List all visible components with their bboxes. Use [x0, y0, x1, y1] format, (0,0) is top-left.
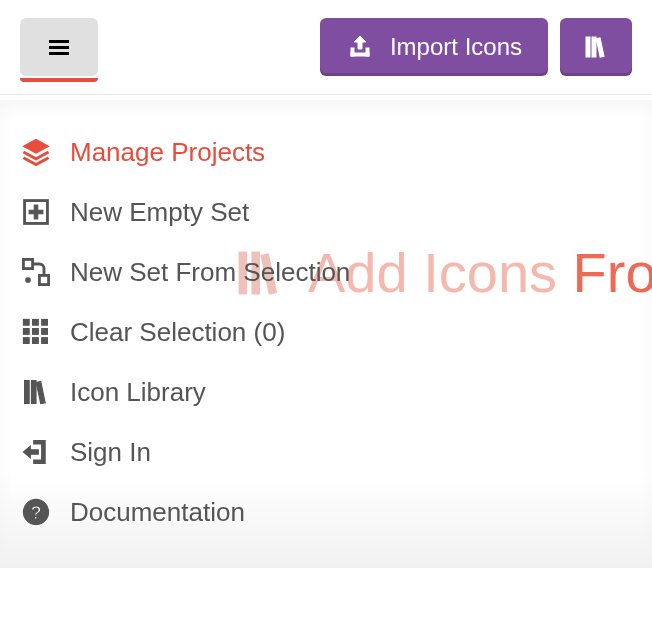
- menu-clear-selection[interactable]: Clear Selection (0): [0, 302, 652, 362]
- upload-icon: [346, 33, 374, 61]
- hamburger-button[interactable]: [20, 18, 98, 76]
- menu-item-label: Sign In: [70, 437, 151, 468]
- signin-icon: [20, 436, 52, 468]
- menu-item-label: Clear Selection (0): [70, 317, 285, 348]
- menu-item-label: New Set From Selection: [70, 257, 350, 288]
- menu-manage-projects[interactable]: Manage Projects: [0, 122, 652, 182]
- import-icons-label: Import Icons: [390, 33, 522, 61]
- import-icons-button[interactable]: Import Icons: [320, 18, 548, 76]
- help-icon: [20, 496, 52, 528]
- grid-icon: [20, 316, 52, 348]
- menu-icon-library[interactable]: Icon Library: [0, 362, 652, 422]
- hamburger-menu: Manage Projects New Empty Set New Set Fr…: [0, 100, 652, 568]
- menu-sign-in[interactable]: Sign In: [0, 422, 652, 482]
- menu-item-label: Icon Library: [70, 377, 206, 408]
- menu-item-label: Documentation: [70, 497, 245, 528]
- plus-box-icon: [20, 196, 52, 228]
- toolbar: Import Icons: [0, 0, 652, 95]
- menu-icon: [45, 33, 73, 61]
- menu-item-label: Manage Projects: [70, 137, 265, 168]
- menu-item-label: New Empty Set: [70, 197, 249, 228]
- flow-icon: [20, 256, 52, 288]
- books-icon: [20, 376, 52, 408]
- menu-new-empty-set[interactable]: New Empty Set: [0, 182, 652, 242]
- menu-documentation[interactable]: Documentation: [0, 482, 652, 542]
- icon-library-button[interactable]: [560, 18, 632, 76]
- books-icon: [582, 33, 610, 61]
- menu-new-set-from-selection[interactable]: New Set From Selection: [0, 242, 652, 302]
- layers-icon: [20, 136, 52, 168]
